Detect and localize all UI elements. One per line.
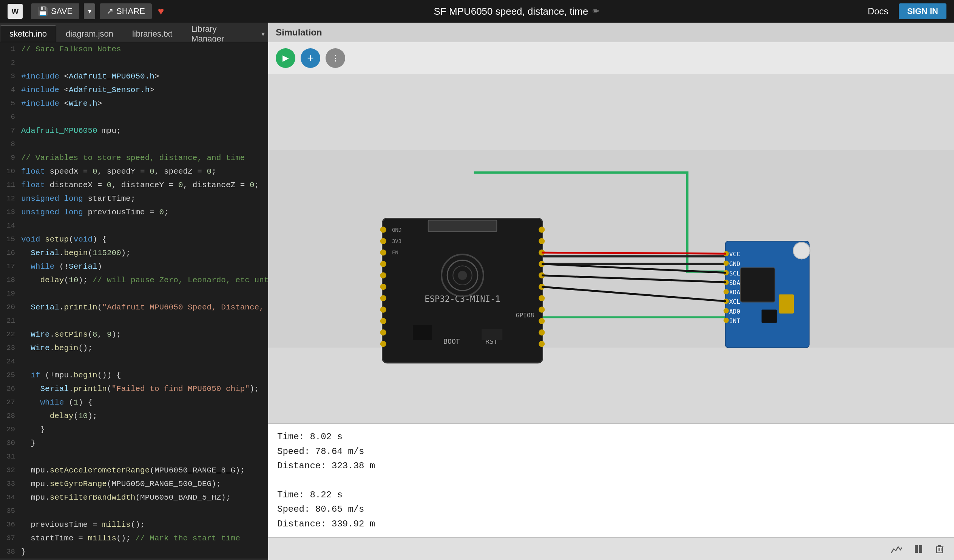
save-button[interactable]: 💾 SAVE	[31, 3, 80, 19]
svg-point-52	[723, 289, 729, 294]
serial-line: Distance: 339.92 m	[277, 517, 945, 531]
table-row: 33 mpu.setGyroRange(MPU6050_RANGE_500_DE…	[0, 477, 268, 490]
logo: W	[8, 4, 23, 19]
svg-point-19	[539, 227, 545, 233]
code-editor[interactable]: 1 // Sara Falkson Notes 2 3 #include <Ad…	[0, 42, 268, 560]
table-row: 7 Adafruit_MPU6050 mpu;	[0, 124, 268, 137]
table-row: 23 Wire.begin();	[0, 341, 268, 355]
table-row: 31	[0, 450, 268, 464]
svg-text:SCL: SCL	[729, 270, 740, 277]
svg-point-18	[380, 341, 387, 347]
svg-rect-37	[482, 329, 502, 340]
svg-point-8	[380, 227, 387, 233]
serial-line: Time: 8.22 s	[277, 488, 945, 502]
table-row: 2	[0, 56, 268, 70]
simulation-toolbar: ▶ + ⋮	[268, 42, 954, 74]
serial-line: Speed: 78.64 m/s	[277, 445, 945, 459]
tab-diagram[interactable]: diagram.json	[56, 25, 123, 42]
like-button[interactable]: ♥	[158, 5, 164, 17]
svg-text:XDA: XDA	[729, 289, 740, 296]
table-row: 10 float speedX = 0, speedY = 0, speedZ …	[0, 165, 268, 178]
table-row: 1 // Sara Falkson Notes	[0, 42, 268, 56]
pause-button[interactable]	[910, 542, 927, 556]
svg-point-25	[539, 295, 545, 301]
svg-rect-7	[428, 220, 497, 231]
circuit-area[interactable]: ESP32-C3-MINI-1	[268, 74, 954, 423]
play-button[interactable]: ▶	[276, 48, 295, 68]
table-row: 11 float distanceX = 0, distanceY = 0, d…	[0, 178, 268, 192]
logo-icon: W	[8, 4, 23, 19]
trash-icon	[934, 544, 945, 554]
svg-point-15	[380, 306, 387, 313]
table-row: 38 }	[0, 545, 268, 558]
svg-text:GND: GND	[729, 260, 740, 268]
svg-text:GPIO8: GPIO8	[516, 312, 535, 319]
more-icon: ⋮	[331, 53, 340, 63]
svg-point-14	[380, 295, 387, 301]
tabs-dropdown[interactable]: ▾	[258, 26, 268, 42]
signin-button[interactable]: SIGN IN	[899, 3, 946, 19]
svg-point-9	[380, 238, 387, 244]
table-row: 36 previousTime = millis();	[0, 518, 268, 531]
tab-libmanager[interactable]: Library Manager	[182, 25, 258, 42]
clear-button[interactable]	[931, 542, 948, 556]
add-component-button[interactable]: +	[301, 48, 320, 68]
project-title: SF MPU6050 speed, distance, time ✏	[170, 6, 863, 17]
svg-point-6	[458, 271, 467, 280]
table-row: 37 startTime = millis(); // Mark the sta…	[0, 531, 268, 545]
table-row: 16 Serial.begin(115200);	[0, 246, 268, 260]
svg-text:VCC: VCC	[729, 250, 740, 258]
edit-title-icon[interactable]: ✏	[592, 6, 599, 16]
main-layout: sketch.ino diagram.json libraries.txt Li…	[0, 23, 954, 560]
svg-text:BOOT: BOOT	[443, 338, 460, 345]
svg-rect-39	[740, 268, 775, 302]
svg-text:INT: INT	[729, 317, 740, 325]
chart-icon	[890, 544, 903, 554]
docs-link[interactable]: Docs	[868, 6, 888, 17]
pause-icon	[913, 544, 924, 554]
play-icon: ▶	[282, 53, 289, 63]
table-row: 26 Serial.println("Failed to find MPU605…	[0, 382, 268, 395]
share-button[interactable]: ↗ SHARE	[100, 3, 152, 19]
svg-point-17	[380, 330, 387, 336]
table-row: 5 #include <Wire.h>	[0, 96, 268, 110]
add-icon: +	[307, 52, 314, 65]
svg-point-56	[793, 242, 810, 259]
simulation-title: Simulation	[276, 27, 322, 38]
svg-text:AD0: AD0	[729, 308, 740, 315]
table-row: 39	[0, 558, 268, 560]
right-panel: Simulation ▶ + ⋮	[268, 23, 954, 560]
topbar: W 💾 SAVE ▾ ↗ SHARE ♥ SF MPU6050 speed, d…	[0, 0, 954, 23]
svg-point-13	[380, 284, 387, 290]
svg-point-11	[380, 261, 387, 267]
svg-rect-36	[413, 325, 432, 340]
svg-point-20	[539, 238, 545, 244]
serial-line: Time: 8.02 s	[277, 430, 945, 444]
tab-sketch[interactable]: sketch.ino	[0, 25, 56, 42]
save-dropdown-button[interactable]: ▾	[84, 3, 95, 19]
table-row: 14	[0, 219, 268, 232]
more-options-button[interactable]: ⋮	[326, 48, 345, 68]
svg-text:3V3: 3V3	[392, 238, 401, 244]
circuit-diagram: ESP32-C3-MINI-1	[268, 74, 954, 423]
svg-rect-63	[938, 545, 941, 547]
svg-rect-58	[762, 310, 777, 323]
tab-libraries[interactable]: libraries.txt	[123, 25, 182, 42]
svg-rect-60	[919, 545, 922, 553]
table-row: 21	[0, 314, 268, 328]
svg-point-28	[539, 330, 545, 336]
svg-point-26	[539, 306, 545, 313]
save-label: SAVE	[51, 6, 73, 16]
share-label: SHARE	[116, 6, 145, 16]
table-row: 6	[0, 110, 268, 124]
table-row: 9 // Variables to store speed, distance,…	[0, 151, 268, 165]
table-row: 32 mpu.setAccelerometerRange(MPU6050_RAN…	[0, 464, 268, 477]
svg-point-27	[539, 318, 545, 324]
table-row: 34 mpu.setFilterBandwidth(MPU6050_BAND_5…	[0, 490, 268, 504]
table-row: 28 delay(10);	[0, 409, 268, 423]
svg-point-10	[380, 249, 387, 255]
chart-button[interactable]	[887, 542, 906, 556]
table-row: 3 #include <Adafruit_MPU6050.h>	[0, 70, 268, 83]
svg-point-55	[723, 318, 729, 323]
svg-point-29	[539, 341, 545, 347]
